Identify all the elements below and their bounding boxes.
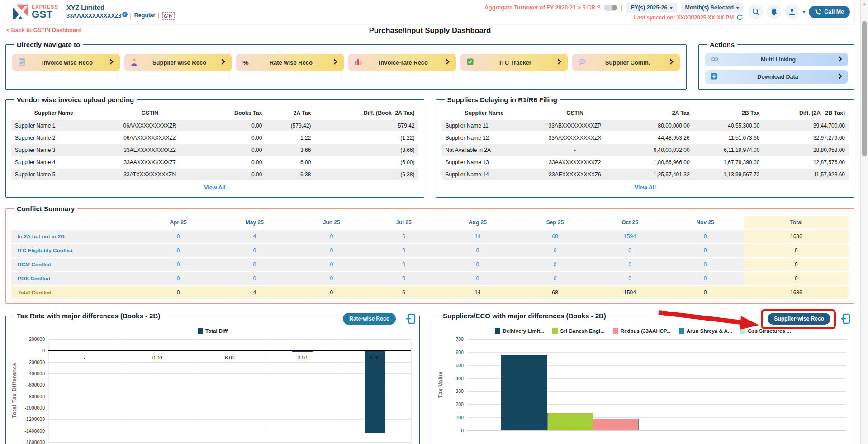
total-conflict-label: Total Conflict <box>11 286 141 299</box>
column-header: Diff. (2A - 2B Tax) <box>763 107 849 119</box>
conflict-row-label[interactable]: ITC Eligibility Conflict <box>11 244 141 258</box>
table-cell: 33ATXXXXXXXXXZN <box>96 168 204 180</box>
table-cell: 1,80,66,966.00 <box>623 156 693 168</box>
conflict-value-link[interactable]: 0 <box>438 258 517 272</box>
table-cell: - <box>526 144 623 156</box>
download-icon <box>711 73 717 81</box>
action-button-download-data[interactable]: Download Data <box>705 70 848 84</box>
total-conflict-value: 14 <box>438 286 517 299</box>
y-tick-label: -800000 <box>27 394 45 399</box>
conflict-value-link[interactable]: 0 <box>593 244 666 258</box>
link-icon <box>711 56 718 64</box>
conflict-value-link[interactable]: 0 <box>294 272 370 286</box>
table-cell: Supplier Name 13 <box>442 156 527 168</box>
caret-down-icon: ▾ <box>670 5 672 10</box>
notifications-button[interactable] <box>767 5 781 19</box>
fy-selector-dropdown[interactable]: FY(s) 2025-26▾ <box>626 3 677 13</box>
conflict-value-link[interactable]: 0 <box>294 258 370 272</box>
navigate-button-label: Supplier Comm. <box>588 59 667 66</box>
conflict-row-label[interactable]: RCM Conflict <box>11 258 141 272</box>
info-icon[interactable]: i <box>122 12 128 17</box>
total-conflict-grand-total: 1686 <box>744 286 849 299</box>
user-menu-button[interactable] <box>785 5 799 19</box>
conflict-value-link[interactable]: 0 <box>369 244 438 258</box>
aggregate-turnover-toggle[interactable] <box>604 5 617 11</box>
back-to-gstin-dashboard-link[interactable]: < Back to GSTIN Dashboard <box>6 27 81 33</box>
month-column-header: Aug 25 <box>438 216 517 230</box>
table-cell: 33ABXXXXXXXXXZP <box>526 119 623 132</box>
column-header: GSTIN <box>96 107 204 119</box>
export-icon[interactable] <box>840 313 850 326</box>
conflict-value-link[interactable]: 6 <box>369 230 438 244</box>
conflict-value-link[interactable]: 0 <box>141 244 215 258</box>
navigate-button-rate-wise-reco[interactable]: %Rate wise Reco <box>236 54 344 71</box>
action-button-multi-linking[interactable]: Multi Linking <box>705 53 848 66</box>
gridline <box>48 419 411 420</box>
bell-icon <box>770 8 778 16</box>
conflict-value-link[interactable]: 0 <box>294 230 370 244</box>
conflict-value-link[interactable]: 68 <box>517 230 593 244</box>
conflict-value-link[interactable]: 14 <box>438 230 517 244</box>
conflict-value-link[interactable]: 0 <box>517 258 593 272</box>
conflict-value-link[interactable]: 4 <box>215 230 294 244</box>
conflict-value-link[interactable]: 0 <box>369 272 438 286</box>
conflict-value-link[interactable]: 0 <box>215 244 294 258</box>
conflict-row-total: 0 <box>744 272 849 286</box>
navigate-button-invoice-wise-reco[interactable]: Invoice wise Reco <box>12 54 120 71</box>
conflict-value-link[interactable]: 0 <box>141 258 215 272</box>
conflict-value-link[interactable]: 0 <box>438 244 517 258</box>
table-cell: 6,11,19,974.00 <box>693 144 764 156</box>
scrollbar-up-arrow[interactable]: ▲ <box>861 0 868 6</box>
caret-down-icon[interactable]: ▾ <box>803 9 805 14</box>
navigate-button-invoice-rate-reco[interactable]: Invoice-rate Reco <box>348 54 456 71</box>
conflict-value-link[interactable]: 0 <box>593 258 666 272</box>
conflict-value-link[interactable]: 0 <box>667 244 744 258</box>
conflict-row-label[interactable]: POS Conflict <box>11 272 141 286</box>
rate-wise-reco-button[interactable]: Rate-wise Reco <box>343 313 396 325</box>
suppliers-view-all-link[interactable]: View All <box>635 184 656 191</box>
conflict-summary-title: Conflict Summary <box>14 205 77 213</box>
table-cell: 6.38 <box>266 168 314 180</box>
export-icon[interactable] <box>406 313 416 326</box>
y-tick-label: 500 <box>455 363 464 368</box>
gridline <box>48 339 411 340</box>
refresh-icon[interactable] <box>736 14 743 21</box>
conflict-value-link[interactable]: 0 <box>667 272 744 286</box>
brand[interactable]: EXPRESS GST <box>12 3 58 20</box>
conflict-value-link[interactable]: 0 <box>517 272 593 286</box>
search-button[interactable] <box>749 5 763 19</box>
conflict-value-link[interactable]: 0 <box>517 244 593 258</box>
suppliers-delaying-title: Suppliers Delaying in R1/R6 Filing <box>445 96 560 104</box>
conflict-value-link[interactable]: 0 <box>141 230 215 244</box>
conflict-value-link[interactable]: 0 <box>593 272 666 286</box>
navigate-button-itc-tracker[interactable]: ITC Tracker <box>460 54 568 71</box>
gridline <box>48 442 411 443</box>
call-me-button[interactable]: Call Me <box>809 6 850 18</box>
table-cell: 12,87,576.00 <box>763 156 849 168</box>
conflict-value-link[interactable]: 0 <box>141 272 215 286</box>
table-cell: Supplier Name 1 <box>11 119 96 132</box>
table-cell: 1,13,99,567.72 <box>693 168 764 180</box>
conflict-value-link[interactable]: 0 <box>369 258 438 272</box>
conflict-value-link[interactable]: 0 <box>215 272 294 286</box>
conflict-value-link[interactable]: 0 <box>667 258 744 272</box>
legend-swatch <box>495 328 500 334</box>
legend-item: Redbus (33AAHCP... <box>613 328 671 334</box>
table-cell: 40,55,300.00 <box>693 119 764 132</box>
action-button-label: Download Data <box>720 74 835 80</box>
navigate-button-supplier-wise-reco[interactable]: Supplier wise Reco <box>124 54 232 71</box>
conflict-value-link[interactable]: 1594 <box>593 230 666 244</box>
conflict-value-link[interactable]: 0 <box>294 244 370 258</box>
vendor-view-all-link[interactable]: View All <box>204 184 225 191</box>
navigate-button-supplier-comm-[interactable]: Supplier Comm. <box>572 54 680 71</box>
table-cell: Supplier Name 2 <box>11 132 96 144</box>
page-title: Purchase/Input Supply Dashboard <box>369 26 491 35</box>
conflict-value-link[interactable]: 0 <box>667 230 744 244</box>
conflict-value-link[interactable]: 0 <box>215 258 294 272</box>
scrollbar-thumb[interactable] <box>862 21 867 156</box>
conflict-row-label[interactable]: In 2A but not in 2B <box>11 230 141 244</box>
supplier-wise-reco-button[interactable]: Supplier-wise Reco <box>768 313 830 325</box>
vertical-scrollbar[interactable]: ▲ <box>860 0 868 444</box>
conflict-value-link[interactable]: 0 <box>438 272 517 286</box>
month-selector-dropdown[interactable]: Month(s) Selected▾ <box>681 3 744 13</box>
